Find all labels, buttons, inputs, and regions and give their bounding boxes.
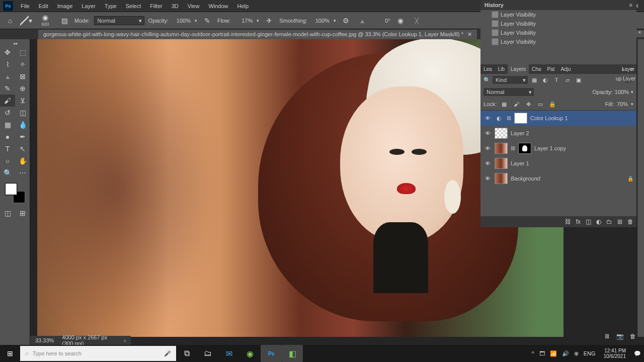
- layer-thumbnail[interactable]: [495, 128, 508, 139]
- new-document-icon[interactable]: 🗏: [604, 333, 610, 340]
- taskbar-search[interactable]: ○ Type here to search 🎤: [20, 346, 176, 361]
- extra-tab-layer[interactable]: Layer: [619, 64, 637, 74]
- lock-artboard-icon[interactable]: ▭: [536, 100, 545, 108]
- sound-icon[interactable]: 🔊: [562, 350, 569, 357]
- move-tool[interactable]: ✥: [0, 46, 15, 58]
- menu-type[interactable]: Type: [100, 1, 121, 11]
- layer-row[interactable]: 👁 ◐ ⛓ Color Lookup 1: [480, 111, 636, 126]
- visibility-toggle[interactable]: 👁: [484, 144, 492, 152]
- foreground-color-swatch[interactable]: [5, 183, 17, 195]
- add-adjustment-button[interactable]: ◐: [596, 218, 601, 225]
- visibility-toggle[interactable]: 👁: [484, 129, 492, 137]
- menu-edit[interactable]: Edit: [34, 1, 53, 11]
- frame-tool[interactable]: ⊠: [15, 70, 30, 82]
- add-mask-button[interactable]: ◫: [586, 218, 591, 225]
- airbrush-toggle[interactable]: ✈: [263, 15, 275, 27]
- snapshot-icon[interactable]: 📷: [616, 333, 624, 340]
- battery-icon[interactable]: 🗔: [539, 350, 545, 356]
- layer-name[interactable]: Color Lookup 1: [530, 115, 633, 121]
- visibility-toggle[interactable]: 👁: [484, 174, 492, 183]
- layer-name[interactable]: Layer 1: [511, 160, 633, 166]
- history-panel-menu[interactable]: ≡: [629, 2, 632, 8]
- gradient-tool[interactable]: ▦: [0, 119, 15, 131]
- tool-indicator[interactable]: ▾: [20, 15, 32, 27]
- eraser-tool[interactable]: ◫: [15, 107, 30, 119]
- menu-layer[interactable]: Layer: [77, 1, 100, 11]
- app-taskbar-icon[interactable]: ◉: [239, 345, 261, 362]
- menu-filter[interactable]: Filter: [145, 1, 167, 11]
- dodge-tool[interactable]: ●: [0, 131, 15, 143]
- lock-pixels-icon[interactable]: 🖌: [512, 100, 521, 108]
- clock[interactable]: 12:41 PM 10/6/2021: [601, 348, 629, 359]
- document-tab[interactable]: gorgeous-white-girl-with-long-wavy-hair-…: [38, 30, 477, 39]
- wifi-icon[interactable]: 📶: [550, 350, 557, 357]
- menu-3d[interactable]: 3D: [167, 1, 183, 11]
- pressure-size-toggle[interactable]: ◉: [394, 15, 407, 27]
- tray-expand-icon[interactable]: ^: [531, 350, 534, 356]
- layer-mask-thumbnail[interactable]: [518, 143, 531, 154]
- pen-tool[interactable]: ✒: [15, 131, 30, 143]
- lock-transparent-icon[interactable]: ▦: [500, 100, 509, 108]
- network-icon[interactable]: ⊕: [574, 350, 579, 357]
- close-tab-button[interactable]: ✕: [467, 31, 472, 38]
- angle-value[interactable]: 0°: [372, 18, 390, 24]
- mail-taskbar-icon[interactable]: ✉: [218, 345, 239, 362]
- menu-image[interactable]: Image: [53, 1, 77, 11]
- status-arrow[interactable]: ›: [124, 337, 126, 343]
- brush-panel-toggle[interactable]: ▨: [58, 15, 70, 27]
- menu-view[interactable]: View: [183, 1, 204, 11]
- history-item[interactable]: Layer Visibility: [480, 10, 636, 19]
- pressure-opacity-toggle[interactable]: ✎: [201, 15, 213, 27]
- paths-tab[interactable]: Pat: [544, 64, 557, 74]
- toolbar-handle[interactable]: ◂◂: [0, 41, 30, 46]
- lock-all-icon[interactable]: 🔒: [548, 100, 557, 108]
- menu-file[interactable]: File: [16, 1, 34, 11]
- filter-smart-icon[interactable]: ▣: [574, 76, 583, 84]
- flow-value[interactable]: 17%: [234, 18, 253, 24]
- fill-value[interactable]: 70%: [617, 101, 628, 107]
- hand-tool[interactable]: ✋: [15, 155, 30, 167]
- layer-name[interactable]: Background: [511, 175, 624, 182]
- learn-tab[interactable]: Lea: [480, 64, 495, 74]
- history-brush-tool[interactable]: ↺: [0, 107, 15, 119]
- opacity-value[interactable]: 100%: [173, 18, 191, 24]
- filter-type-icon[interactable]: T: [552, 76, 561, 84]
- shape-tool[interactable]: ○: [0, 155, 15, 167]
- edit-toolbar[interactable]: ⋯: [15, 167, 30, 179]
- menu-window[interactable]: Window: [204, 1, 232, 11]
- visibility-toggle[interactable]: 👁: [484, 114, 492, 122]
- color-swatches[interactable]: [5, 183, 25, 203]
- layer-mask-thumbnail[interactable]: [514, 113, 527, 124]
- blend-mode-select[interactable]: Normal: [94, 16, 144, 25]
- eyedropper-tool[interactable]: ✎: [0, 82, 15, 95]
- layer-row[interactable]: 👁 Layer 1: [480, 156, 636, 171]
- zoom-display[interactable]: 33.33%: [35, 337, 54, 343]
- layer-row[interactable]: 👁 Background 🔒: [480, 171, 636, 186]
- language-indicator[interactable]: ENG: [584, 350, 596, 356]
- channels-tab[interactable]: Cha: [529, 64, 544, 74]
- layer-name[interactable]: Layer 1 copy: [534, 145, 633, 151]
- mic-icon[interactable]: 🎤: [164, 350, 171, 357]
- history-item[interactable]: Layer Visibility: [480, 19, 636, 28]
- layer-opacity-value[interactable]: 100%: [615, 89, 629, 95]
- brush-preset-picker[interactable]: 620: [36, 13, 54, 28]
- visibility-toggle[interactable]: 👁: [484, 159, 492, 167]
- start-button[interactable]: ⊞: [0, 345, 20, 362]
- menu-select[interactable]: Select: [121, 1, 146, 11]
- layer-thumbnail[interactable]: [495, 173, 508, 184]
- home-button[interactable]: ⌂: [4, 15, 16, 27]
- filter-adjust-icon[interactable]: ◐: [541, 76, 550, 84]
- marquee-tool[interactable]: ⬚: [15, 46, 30, 58]
- link-mask-icon[interactable]: ⛓: [511, 146, 515, 151]
- new-group-button[interactable]: 🗀: [606, 218, 612, 225]
- menu-help[interactable]: Help: [233, 1, 254, 11]
- screenmode-toggle[interactable]: ⊞: [15, 207, 30, 219]
- history-panel-title[interactable]: History: [485, 2, 504, 8]
- adjustment-icon[interactable]: ◐: [495, 114, 504, 122]
- smoothing-value[interactable]: 100%: [311, 18, 330, 24]
- zoom-tool[interactable]: 🔍: [0, 167, 15, 179]
- symmetry-toggle[interactable]: ᚷ: [411, 15, 423, 27]
- layer-thumbnail[interactable]: [495, 158, 508, 169]
- quick-select-tool[interactable]: ✧: [15, 58, 30, 70]
- lock-position-icon[interactable]: ✥: [524, 100, 533, 108]
